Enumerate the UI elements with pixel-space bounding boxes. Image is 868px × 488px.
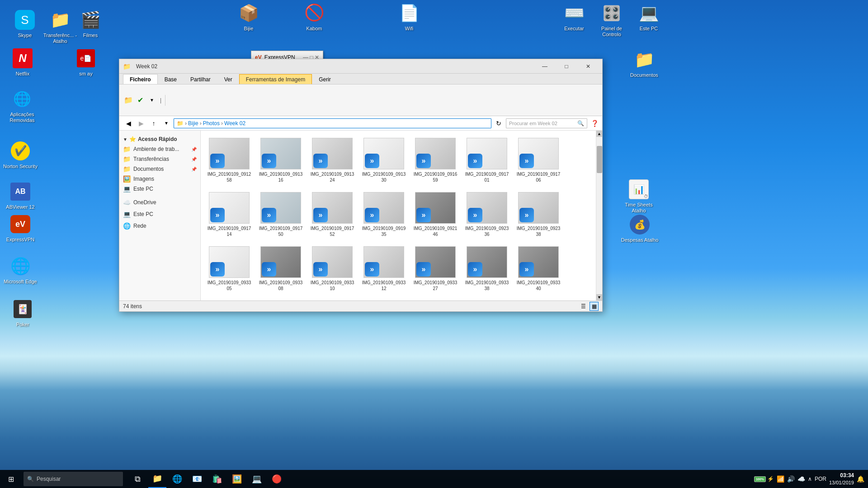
desktop-icon-executar[interactable]: ⌨️ Executar (556, 2, 592, 32)
list-item[interactable]: » IMG_20190109_091701 (462, 134, 512, 187)
desktop-icon-despesas[interactable]: 💰 Despesas Atalho (619, 214, 660, 243)
list-item[interactable]: » IMG_20190109_091714 (204, 188, 254, 241)
breadcrumb-bijie[interactable]: Bijie (188, 120, 198, 127)
desktop-icon-abviewer[interactable]: AB ABViewer 12 (2, 181, 38, 210)
qat-folder-btn[interactable]: 📁 (123, 95, 134, 106)
list-item[interactable]: » IMG_20190109_095006 (514, 297, 563, 300)
scroll-thumb[interactable] (597, 146, 602, 173)
devices-taskbar-btn[interactable]: 💻 (248, 470, 266, 488)
breadcrumb-item-1[interactable]: 📁 (177, 120, 184, 127)
list-item[interactable]: » IMG_20190109_093308 (256, 243, 306, 295)
list-item[interactable]: » IMG_20190109_092336 (462, 188, 512, 241)
list-item[interactable]: » IMG_20190109_091752 (307, 188, 357, 241)
search-icon[interactable]: 🔍 (577, 120, 584, 127)
grid-view-button[interactable]: ▦ (590, 302, 599, 311)
close-button[interactable]: ✕ (578, 59, 599, 74)
maximize-button[interactable]: □ (556, 59, 577, 74)
list-item[interactable]: » IMG_20190109_091935 (359, 188, 409, 241)
notification-icon[interactable]: 🔔 (857, 475, 864, 483)
list-item[interactable]: » IMG_20190109_094903 (307, 297, 357, 300)
sidebar-item-rede[interactable]: 🌐 Rede (119, 221, 200, 231)
list-item[interactable]: » IMG_20190109_093402 (204, 297, 254, 300)
sidebar-header-quick-access[interactable]: ▼ ⭐ Acesso Rápido (119, 134, 200, 144)
minimize-button[interactable]: — (534, 59, 555, 74)
tab-partilhar[interactable]: Partilhar (184, 74, 217, 84)
tab-ver[interactable]: Ver (217, 74, 239, 84)
list-item[interactable]: » IMG_20190109_093310 (307, 243, 357, 295)
detail-view-button[interactable]: ☰ (579, 302, 588, 311)
list-item[interactable]: » IMG_20190109_091258 (204, 134, 254, 187)
sidebar-item-este-pc-1[interactable]: 💻 Este PC (119, 184, 200, 194)
desktop-icon-netflix[interactable]: N Netflix (5, 47, 41, 77)
desktop-icon-painel[interactable]: 🎛️ Painel de Controlo (591, 2, 632, 38)
list-item[interactable]: » IMG_20190109_091324 (307, 134, 357, 187)
list-item[interactable]: » IMG_20190109_092146 (410, 188, 460, 241)
sidebar-item-documentos[interactable]: 📁 Documentos 📌 (119, 164, 200, 174)
list-item[interactable]: » IMG_20190109_093312 (359, 243, 409, 295)
desktop-icon-poker[interactable]: 🃏 Poker (5, 298, 41, 328)
up-button[interactable]: ↑ (148, 118, 159, 129)
list-item[interactable]: » IMG_20190109_093305 (204, 243, 254, 295)
desktop-icon-este-pc[interactable]: 💻 Este PC (631, 2, 667, 32)
scroll-track[interactable] (596, 137, 602, 294)
desktop-icon-norton[interactable]: ✔️ Norton Security (2, 140, 38, 169)
edge-taskbar-btn[interactable]: 🌐 (168, 470, 186, 488)
list-item[interactable]: » IMG_20190109_091706 (514, 134, 563, 187)
task-view-button[interactable]: ⧉ (128, 470, 146, 488)
scroll-up-button[interactable]: ▲ (596, 131, 602, 137)
desktop-icon-expressvpn[interactable]: eV ExpressVPN (2, 213, 38, 243)
list-item[interactable]: » IMG_20190109_094952 (462, 297, 512, 300)
scrollbar[interactable]: ▲ ▼ (596, 131, 602, 300)
sidebar-item-imagens[interactable]: 🖼️ Imagens (119, 174, 200, 184)
qat-check-btn[interactable]: ✔ (135, 95, 146, 106)
list-item[interactable]: » IMG_20190109_091659 (410, 134, 460, 187)
list-item[interactable]: » IMG_20190109_094948 (410, 297, 460, 300)
desktop-icon-documentos[interactable]: 📁 Documentos (626, 49, 662, 78)
tab-ficheiro[interactable]: Ficheiro (123, 74, 158, 84)
recent-button[interactable]: ▼ (161, 118, 172, 129)
store-taskbar-btn[interactable]: 🛍️ (208, 470, 226, 488)
list-item[interactable]: » IMG_20190109_094859 (256, 297, 306, 300)
list-item[interactable]: » IMG_20190109_091330 (359, 134, 409, 187)
desktop-icon-wifi[interactable]: 📄 Wifi (391, 2, 427, 32)
breadcrumb[interactable]: 📁 › Bijie › Photos › Week 02 (174, 118, 491, 128)
list-item[interactable]: » IMG_20190109_094945 (359, 297, 409, 300)
sidebar-item-ambiente[interactable]: 📁 Ambiente de trab... 📌 (119, 144, 200, 154)
scroll-down-button[interactable]: ▼ (596, 294, 602, 300)
search-bar[interactable]: Procurar em Week 02 🔍 (506, 118, 587, 128)
desktop-icon-kabom[interactable]: 🚫 Kabom (296, 2, 332, 32)
taskbar-search[interactable]: 🔍 Pesquisar (24, 472, 123, 486)
desktop-icon-smay[interactable]: e📄 sm ay (68, 47, 104, 77)
av-taskbar-btn[interactable]: 🔴 (268, 470, 286, 488)
desktop-icon-aplicacoes[interactable]: 🌐 Aplicações Removidas (2, 88, 42, 123)
sidebar-item-este-pc-2[interactable]: 💻 Este PC (119, 209, 200, 219)
list-item[interactable]: » IMG_20190109_093340 (514, 243, 563, 295)
breadcrumb-photos[interactable]: Photos (203, 120, 220, 127)
breadcrumb-week02[interactable]: Week 02 (224, 120, 245, 127)
forward-button[interactable]: ▶ (136, 118, 146, 129)
list-item[interactable]: » IMG_20190109_093327 (410, 243, 460, 295)
desktop-icon-bijie[interactable]: 📦 Bijie (231, 2, 267, 32)
list-item[interactable]: » IMG_20190109_091750 (256, 188, 306, 241)
file-explorer-taskbar-btn[interactable]: 📁 (148, 470, 166, 488)
desktop-icon-filmes[interactable]: 🎬 Filmes (72, 9, 108, 38)
address-refresh-button[interactable]: ↻ (493, 118, 504, 129)
outlook-taskbar-btn[interactable]: 📧 (188, 470, 206, 488)
tab-base[interactable]: Base (158, 74, 184, 84)
photos-taskbar-btn[interactable]: 🖼️ (228, 470, 246, 488)
list-item[interactable]: » IMG_20190109_093338 (462, 243, 512, 295)
sidebar-item-onedrive[interactable]: ☁️ OneDrive (119, 197, 200, 207)
desktop-icon-timesheets[interactable]: 📊 ⏱ Time Sheets Atalho (618, 178, 659, 214)
sidebar-item-transferencias[interactable]: 📁 Transferências 📌 (119, 154, 200, 164)
help-icon[interactable]: ❓ (591, 120, 599, 127)
list-item[interactable]: » IMG_20190109_092338 (514, 188, 563, 241)
desktop-icon-skype[interactable]: S Skype (7, 9, 43, 38)
start-button[interactable]: ⊞ (0, 470, 22, 488)
tab-gerir[interactable]: Gerir (312, 74, 338, 84)
desktop-icon-ms-edge[interactable]: 🌐 Microsoft Edge (2, 255, 38, 285)
tab-ferramentas-imagem[interactable]: Ferramentas de Imagem (239, 74, 312, 84)
qat-down-btn[interactable]: ▼ (146, 95, 157, 106)
back-button[interactable]: ◀ (123, 118, 134, 129)
list-item[interactable]: » IMG_20190109_091316 (256, 134, 306, 187)
clock[interactable]: 03:34 13/01/2019 (829, 472, 854, 486)
